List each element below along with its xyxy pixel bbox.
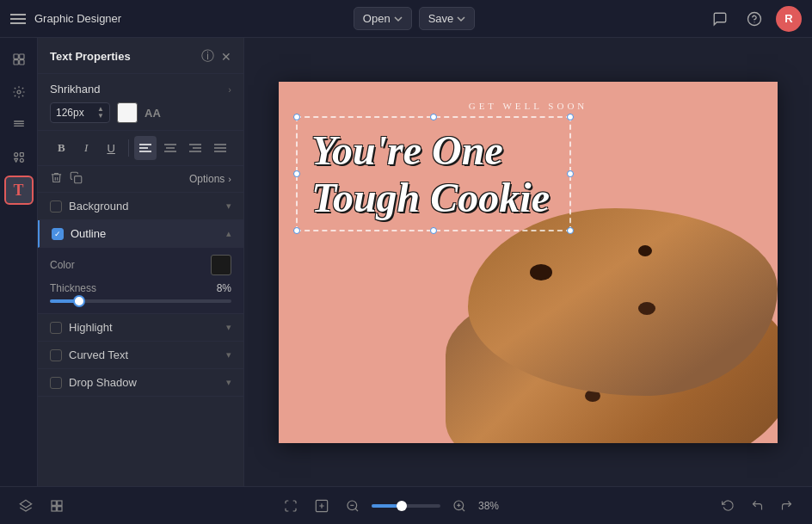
delete-icon[interactable] <box>50 171 63 187</box>
selection-handle-tr[interactable] <box>567 114 574 120</box>
selection-handle-br[interactable] <box>567 227 574 234</box>
outline-color-swatch[interactable] <box>211 255 231 275</box>
panel-header-icons: ⓘ ✕ <box>201 48 231 65</box>
selection-handle-mr[interactable] <box>567 170 574 177</box>
svg-marker-26 <box>20 500 31 508</box>
curved-text-chevron-icon: ▾ <box>226 349 231 361</box>
svg-rect-28 <box>58 501 62 505</box>
selection-handle-bm[interactable] <box>430 227 437 234</box>
zoom-slider[interactable] <box>372 504 440 508</box>
slider-thumb[interactable] <box>73 295 85 307</box>
thickness-row: Thickness 8% <box>50 282 231 294</box>
font-size-field[interactable]: 126px ▲ ▼ <box>50 102 110 123</box>
tool-select-button[interactable] <box>4 45 34 74</box>
topbar-left: Graphic Designer <box>10 12 121 25</box>
topbar-center: Open Save <box>354 7 475 30</box>
highlight-row[interactable]: Highlight ▾ <box>38 314 243 342</box>
highlight-checkbox[interactable] <box>50 322 62 334</box>
font-chevron-icon: › <box>228 84 231 95</box>
curved-text-row[interactable]: Curved Text ▾ <box>38 342 243 369</box>
save-chevron-icon <box>457 15 465 23</box>
thickness-slider[interactable] <box>50 299 231 303</box>
align-left-button[interactable] <box>134 136 157 160</box>
tool-text-button[interactable]: T <box>4 176 34 205</box>
outline-content: Color Thickness 8% <box>38 248 243 314</box>
text-color-swatch[interactable] <box>117 102 138 123</box>
panel-header: Text Properties ⓘ ✕ <box>38 38 243 74</box>
bottom-left <box>14 494 69 518</box>
comment-icon <box>712 11 728 27</box>
bold-button[interactable]: B <box>50 136 73 160</box>
topbar-right: R <box>707 6 802 32</box>
outline-row[interactable]: Outline ▴ <box>38 220 243 248</box>
thickness-value: 8% <box>217 282 231 294</box>
background-chevron-icon: ▾ <box>226 200 231 212</box>
background-checkbox[interactable] <box>50 200 62 213</box>
svg-rect-7 <box>14 123 24 124</box>
fit-screen-button[interactable] <box>279 494 303 518</box>
underline-button[interactable]: U <box>100 136 123 160</box>
rotation-history-button[interactable] <box>716 494 740 518</box>
svg-rect-3 <box>19 54 23 59</box>
selection-handle-tl[interactable] <box>293 114 300 120</box>
main-text-selection[interactable]: You're One Tough Cookie <box>296 116 571 231</box>
svg-rect-8 <box>14 126 24 126</box>
comments-button[interactable] <box>707 6 733 32</box>
save-button[interactable]: Save <box>419 7 476 30</box>
tool-adjust-button[interactable] <box>4 77 34 107</box>
help-button[interactable] <box>741 6 767 32</box>
tool-layers-button[interactable] <box>4 110 34 139</box>
info-icon[interactable]: ⓘ <box>201 48 214 65</box>
svg-line-33 <box>355 509 358 511</box>
panel-title: Text Properties <box>50 50 131 63</box>
selection-handle-ml[interactable] <box>293 170 300 177</box>
canvas-container: GET WELL SOON You're One Tough Cookie <box>279 82 778 443</box>
open-button[interactable]: Open <box>354 7 412 30</box>
selection-handle-bl[interactable] <box>293 227 300 234</box>
svg-rect-11 <box>20 153 23 157</box>
svg-rect-25 <box>75 176 82 183</box>
font-size-row: 126px ▲ ▼ AA <box>50 102 231 123</box>
format-separator <box>128 139 129 157</box>
curved-text-label: Curved Text <box>69 348 219 361</box>
drop-shadow-checkbox[interactable] <box>50 377 62 389</box>
italic-button[interactable]: I <box>75 136 98 160</box>
svg-rect-29 <box>52 506 56 510</box>
hamburger-menu-button[interactable] <box>10 14 26 24</box>
redo-button[interactable] <box>774 494 798 518</box>
align-right-button[interactable] <box>183 136 206 160</box>
undo-button[interactable] <box>745 494 769 518</box>
options-button[interactable]: Options › <box>189 173 231 185</box>
background-label: Background <box>69 200 219 213</box>
background-row[interactable]: Background ▾ <box>38 193 243 220</box>
font-size-arrows[interactable]: ▲ ▼ <box>97 106 104 120</box>
duplicate-icon[interactable] <box>70 171 83 187</box>
selection-handle-tm[interactable] <box>430 114 437 120</box>
align-justify-button[interactable] <box>208 136 231 160</box>
resize-button[interactable] <box>310 494 334 518</box>
curved-text-checkbox[interactable] <box>50 349 62 361</box>
tool-elements-button[interactable] <box>4 143 34 172</box>
layers-view-button[interactable] <box>14 494 38 518</box>
text-transform-icon[interactable]: AA <box>145 107 161 120</box>
avatar[interactable]: R <box>776 6 802 32</box>
grid-view-button[interactable] <box>45 494 69 518</box>
drop-shadow-chevron-icon: ▾ <box>226 377 231 388</box>
outline-chevron-icon: ▴ <box>226 228 231 239</box>
format-row: B I U <box>38 131 243 166</box>
font-name-button[interactable]: Shrikhand › <box>50 81 231 97</box>
svg-rect-9 <box>14 120 24 121</box>
thickness-label: Thickness <box>50 282 96 294</box>
main-text-content[interactable]: You're One Tough Cookie <box>311 126 556 221</box>
align-center-button[interactable] <box>158 136 181 160</box>
drop-shadow-row[interactable]: Drop Shadow ▾ <box>38 369 243 397</box>
svg-rect-2 <box>14 54 18 59</box>
zoom-out-button[interactable] <box>341 494 365 518</box>
svg-point-12 <box>20 158 23 162</box>
zoom-slider-thumb[interactable] <box>397 501 407 511</box>
outline-checkbox[interactable] <box>52 228 64 240</box>
outline-label: Outline <box>71 227 219 240</box>
left-toolbar: T <box>0 38 38 486</box>
zoom-in-button[interactable] <box>447 494 471 518</box>
close-icon[interactable]: ✕ <box>221 50 231 64</box>
